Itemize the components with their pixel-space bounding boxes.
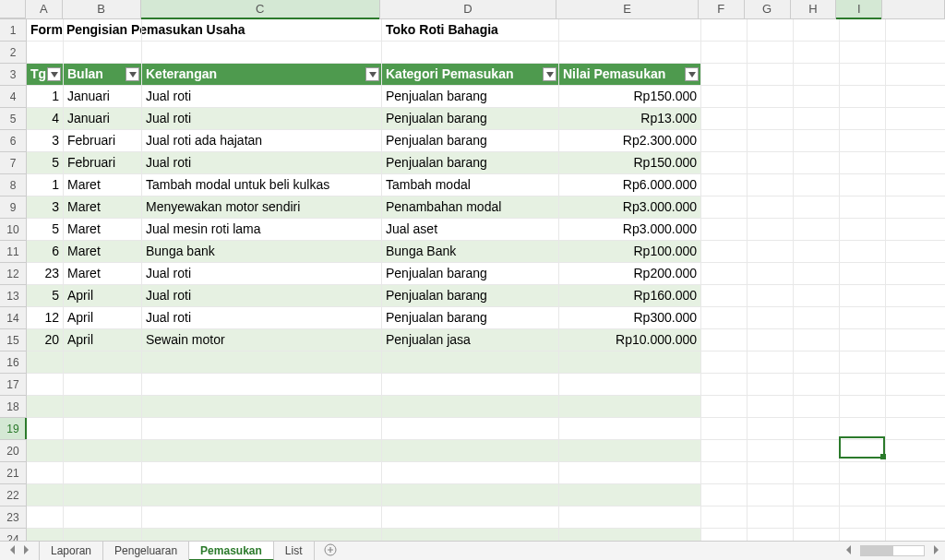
row-header-12[interactable]: 12 (0, 263, 26, 285)
cell[interactable]: 6 (27, 241, 64, 263)
cell[interactable]: Jual roti (142, 108, 382, 130)
cell[interactable]: Maret (64, 263, 142, 285)
cell[interactable] (701, 529, 748, 541)
cell[interactable] (840, 241, 886, 263)
cell[interactable] (142, 351, 382, 374)
cell[interactable] (701, 108, 748, 130)
cell[interactable] (794, 351, 840, 374)
cell[interactable] (748, 396, 794, 418)
cell[interactable] (748, 374, 794, 396)
cell[interactable] (840, 440, 886, 462)
row-header-4[interactable]: 4 (0, 86, 26, 108)
row-header-20[interactable]: 20 (0, 440, 26, 462)
cell[interactable]: Maret (64, 219, 142, 241)
cell[interactable] (886, 418, 945, 440)
cell[interactable]: 20 (27, 329, 64, 351)
cell[interactable] (64, 529, 142, 541)
cell[interactable] (886, 174, 945, 197)
cell[interactable]: Rp10.000.000 (559, 329, 701, 351)
cell[interactable] (27, 462, 64, 484)
filter-dropdown-icon[interactable] (47, 67, 61, 81)
cell[interactable]: Jual roti (142, 307, 382, 329)
row-header-3[interactable]: 3 (0, 64, 26, 86)
cell[interactable] (748, 307, 794, 329)
cell[interactable]: Januari (64, 108, 142, 130)
cell[interactable]: Penjualan barang (382, 130, 559, 152)
cell[interactable]: 3 (27, 197, 64, 219)
cell[interactable]: Jual roti (142, 86, 382, 108)
cell[interactable] (64, 396, 142, 418)
cell[interactable]: Rp200.000 (559, 263, 701, 285)
cell[interactable] (701, 396, 748, 418)
cell[interactable]: 5 (27, 219, 64, 241)
cell[interactable] (382, 351, 559, 374)
cell[interactable] (382, 396, 559, 418)
cell[interactable]: 1 (27, 86, 64, 108)
cell[interactable]: April (64, 329, 142, 351)
cell[interactable] (382, 484, 559, 506)
cell[interactable] (701, 374, 748, 396)
row-header-16[interactable]: 16 (0, 351, 26, 374)
cell[interactable] (748, 19, 794, 42)
table-header[interactable]: Keterangan (142, 64, 382, 86)
cell[interactable] (559, 462, 701, 484)
grid[interactable]: Form Pengisian Pemasukan UsahaToko Roti … (27, 19, 945, 541)
cell[interactable] (701, 329, 748, 351)
filter-dropdown-icon[interactable] (543, 67, 556, 81)
cell[interactable]: Jual aset (382, 219, 559, 241)
cell[interactable] (748, 42, 794, 64)
cell[interactable] (142, 529, 382, 541)
cell[interactable] (701, 351, 748, 374)
cell[interactable] (840, 152, 886, 174)
cell[interactable]: Rp150.000 (559, 86, 701, 108)
cell[interactable] (64, 506, 142, 529)
col-header-extra[interactable] (882, 0, 945, 18)
col-header-C[interactable]: C (141, 0, 380, 18)
cell[interactable]: Penjualan barang (382, 108, 559, 130)
cell[interactable] (748, 219, 794, 241)
cell[interactable] (142, 506, 382, 529)
cell[interactable]: Bunga Bank (382, 241, 559, 263)
row-header-6[interactable]: 6 (0, 130, 26, 152)
scroll-left-icon[interactable] (845, 544, 853, 557)
cell[interactable] (559, 42, 701, 64)
cell[interactable]: 5 (27, 285, 64, 307)
cell[interactable] (886, 351, 945, 374)
cell[interactable] (27, 396, 64, 418)
cell[interactable]: Sewain motor (142, 329, 382, 351)
cell[interactable]: Jual roti ada hajatan (142, 130, 382, 152)
cell[interactable]: Rp6.000.000 (559, 174, 701, 197)
cell[interactable] (748, 197, 794, 219)
row-header-9[interactable]: 9 (0, 197, 26, 219)
cell[interactable]: Tambah modal untuk beli kulkas (142, 174, 382, 197)
col-header-H[interactable]: H (791, 0, 837, 18)
cell[interactable] (794, 506, 840, 529)
cell[interactable] (748, 241, 794, 263)
cell[interactable] (886, 197, 945, 219)
cell[interactable] (701, 174, 748, 197)
cell[interactable] (794, 86, 840, 108)
cell[interactable] (701, 418, 748, 440)
cell[interactable] (27, 42, 64, 64)
cell[interactable]: April (64, 307, 142, 329)
cell[interactable] (886, 241, 945, 263)
row-header-18[interactable]: 18 (0, 396, 26, 418)
cell[interactable] (748, 462, 794, 484)
cell[interactable] (559, 506, 701, 529)
cell[interactable]: Rp3.000.000 (559, 219, 701, 241)
cell[interactable] (559, 396, 701, 418)
cell[interactable] (840, 174, 886, 197)
row-header-1[interactable]: 1 (0, 19, 26, 42)
row-header-19[interactable]: 19 (0, 418, 26, 440)
cell[interactable] (382, 418, 559, 440)
horizontal-scrollbar[interactable] (860, 545, 925, 556)
table-header[interactable]: Nilai Pemasukan (559, 64, 701, 86)
cell[interactable] (64, 19, 142, 42)
cell[interactable] (559, 351, 701, 374)
row-header-10[interactable]: 10 (0, 219, 26, 241)
cell[interactable]: 12 (27, 307, 64, 329)
cell[interactable] (840, 351, 886, 374)
cell[interactable] (64, 42, 142, 64)
cell[interactable]: Jual roti (142, 152, 382, 174)
cell[interactable] (27, 484, 64, 506)
